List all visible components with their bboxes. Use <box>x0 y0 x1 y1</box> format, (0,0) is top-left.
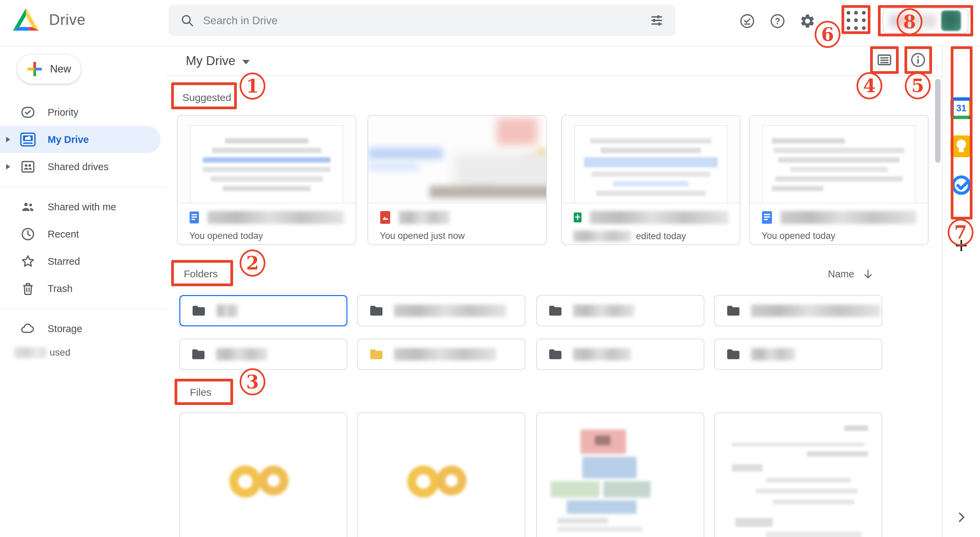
file-title-blurred <box>399 211 450 224</box>
folder-name-blurred <box>573 304 634 317</box>
chevron-down-icon <box>242 60 250 64</box>
folder-name-blurred <box>573 348 631 360</box>
folder-card[interactable] <box>714 339 882 370</box>
my-drive-icon <box>20 131 36 148</box>
expand-arrow-icon[interactable] <box>6 164 14 169</box>
section-label-folders: Folders <box>184 268 218 280</box>
expand-arrow-icon[interactable] <box>6 137 14 142</box>
arrow-down-icon <box>862 268 874 280</box>
settings-gear-icon[interactable] <box>799 13 816 29</box>
sidebar-item-storage[interactable]: Storage <box>0 315 167 343</box>
file-card[interactable] <box>179 413 347 537</box>
offline-ready-icon[interactable] <box>739 13 756 29</box>
account-chip[interactable] <box>883 8 969 33</box>
google-tasks-icon[interactable] <box>950 174 972 196</box>
file-preview-blurred <box>750 116 928 204</box>
folder-card[interactable] <box>714 295 882 327</box>
google-keep-icon[interactable] <box>950 135 972 157</box>
search-icon <box>180 13 194 27</box>
svg-text:?: ? <box>775 16 780 26</box>
sidebar-item-priority[interactable]: Priority <box>0 99 167 126</box>
search-input[interactable] <box>203 14 641 27</box>
card-caption: edited today <box>573 231 728 242</box>
folder-name-blurred <box>751 304 880 317</box>
sidebar: New Priority <box>0 46 167 537</box>
card-caption: You opened just now <box>380 231 535 241</box>
page-title: My Drive <box>186 54 235 68</box>
file-preview-blurred <box>368 116 546 204</box>
folder-icon <box>191 304 206 317</box>
sidebar-item-shared-with-me[interactable]: Shared with me <box>0 193 167 220</box>
folder-name-blurred <box>394 348 496 360</box>
sidebar-item-label: Priority <box>48 107 78 118</box>
section-label-suggested: Suggested <box>182 92 231 104</box>
sidebar-divider <box>0 308 167 309</box>
app-name: Drive <box>49 11 86 28</box>
folder-card[interactable] <box>357 295 525 327</box>
annotation-number-4: 4 <box>856 72 882 99</box>
suggested-card[interactable]: You opened just now <box>368 115 547 245</box>
folder-card[interactable] <box>536 295 705 327</box>
folder-card[interactable] <box>179 295 347 327</box>
header: Drive ? <box>0 0 980 46</box>
side-panel: 31 + <box>942 46 980 537</box>
card-caption: You opened today <box>189 231 344 241</box>
file-card[interactable] <box>714 413 882 537</box>
apps-grid-icon[interactable] <box>846 10 866 30</box>
sidebar-divider <box>0 186 167 187</box>
file-card[interactable] <box>536 413 705 537</box>
cloud-icon <box>20 321 36 336</box>
file-preview-blurred <box>562 116 740 204</box>
sidebar-item-recent[interactable]: Recent <box>0 220 167 248</box>
content-toolbar: My Drive <box>167 46 942 76</box>
search-bar[interactable] <box>169 5 675 36</box>
folder-card[interactable] <box>357 339 525 370</box>
star-icon <box>20 253 36 269</box>
new-button-label: New <box>50 63 71 75</box>
drive-logo[interactable]: Drive <box>13 8 86 31</box>
scrollbar-thumb[interactable] <box>935 79 940 163</box>
shared-drives-icon <box>20 159 36 175</box>
annotation-number-3: 3 <box>240 368 266 395</box>
folder-name-blurred <box>751 348 795 360</box>
folder-name-blurred <box>216 348 267 360</box>
sidebar-item-my-drive[interactable]: My Drive <box>0 126 161 153</box>
storage-amount-blurred <box>14 347 46 358</box>
storage-used-line: used <box>14 347 167 358</box>
trash-icon <box>20 281 36 296</box>
sidebar-nav: Priority My Drive <box>0 99 167 358</box>
file-card[interactable] <box>357 413 525 537</box>
sidebar-item-starred[interactable]: Starred <box>0 248 167 275</box>
file-title-blurred <box>208 211 344 224</box>
help-icon[interactable]: ? <box>769 13 786 29</box>
search-options-icon[interactable] <box>649 13 664 27</box>
folder-card[interactable] <box>179 339 347 370</box>
sidebar-item-label: Starred <box>48 256 80 267</box>
folder-icon <box>726 348 741 360</box>
storage-used-suffix: used <box>50 347 70 358</box>
google-calendar-icon[interactable]: 31 <box>950 97 972 119</box>
google-docs-icon <box>762 210 772 225</box>
folder-card[interactable] <box>536 339 705 370</box>
folder-icon <box>191 348 206 360</box>
avatar <box>941 11 961 31</box>
clock-icon <box>20 226 36 242</box>
suggested-card[interactable]: You opened today <box>749 115 929 245</box>
sidebar-item-shared-drives[interactable]: Shared drives <box>0 153 167 180</box>
annotation-number-5: 5 <box>905 72 931 99</box>
editor-name-blurred <box>573 231 631 242</box>
page-title-dropdown[interactable]: My Drive <box>186 54 250 68</box>
sort-control[interactable]: Name <box>828 268 874 280</box>
chevron-right-icon[interactable] <box>954 510 969 525</box>
suggested-card[interactable]: edited today <box>561 115 740 245</box>
sidebar-item-trash[interactable]: Trash <box>0 275 167 302</box>
suggested-card[interactable]: You opened today <box>177 115 356 245</box>
sidebar-item-label: Trash <box>48 283 73 294</box>
add-icon[interactable]: + <box>955 234 968 257</box>
priority-check-icon <box>20 105 36 120</box>
list-view-icon[interactable] <box>876 52 892 68</box>
panel-divider <box>952 221 971 222</box>
new-button[interactable]: New <box>17 54 81 84</box>
info-icon[interactable] <box>910 52 926 68</box>
annotation-number-1: 1 <box>240 72 266 100</box>
